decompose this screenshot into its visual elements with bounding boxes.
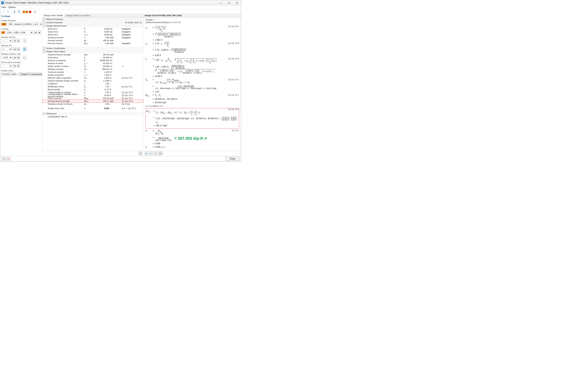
collapse-icon[interactable]: − <box>43 25 45 27</box>
footer-btn-1[interactable]: ⇆ <box>144 152 148 156</box>
mno-pick-button[interactable]: ↖ <box>23 47 26 51</box>
force-row: Axial forceP0.000kipNegligible <box>42 27 144 30</box>
value-row: Coefficientc1.00-- <box>42 82 144 85</box>
tree-area: +Material Properties +Section Properties… <box>42 17 144 151</box>
eq-ref: [1], F2.2 <box>232 129 239 131</box>
tab-design-checks-in-location[interactable]: Design Checks in Location <box>64 14 91 17</box>
status-btn-1[interactable]: 🔍 <box>2 157 6 161</box>
footer-btn-print[interactable]: 🖨▾ <box>158 152 162 156</box>
value-row: Resistance factor for flexureΦᵦ0.90-- [1… <box>42 102 144 105</box>
loc-prev-button[interactable]: ◀ <box>13 56 16 59</box>
force-row: Shear forceVᵧ0.000kipNegligible <box>42 30 144 33</box>
ratio-limit: ≤ 1 <box>116 107 124 109</box>
section-design-check-values[interactable]: Design Check Values <box>46 50 65 53</box>
dc-code: FF4100 <box>1 72 9 76</box>
tool-6-icon[interactable]: ⬤ <box>28 9 32 13</box>
value-row: Nominal flexural strengthMn,y342.17kipft… <box>42 100 144 102</box>
load-prev-button[interactable]: ◀ <box>34 31 37 34</box>
check-icon: ✔ <box>126 107 127 110</box>
member-loc-label: Member location x [ft] <box>1 53 41 55</box>
footer-btn-3[interactable]: ✕ <box>154 152 158 156</box>
tool-5-icon[interactable]: ⬤⬤ <box>24 9 28 13</box>
design-situation-label: Design Situation <box>1 19 41 21</box>
reference-item: [1] ANSI/AISC 360-22 <box>48 116 67 118</box>
bottom-bar: 🔍 0.00 Close <box>0 156 241 161</box>
eq-condition: Lₚ < Lᵦ and Lᵦ ≤ Lᵣ <box>146 105 239 107</box>
maximize-button[interactable]: ▭ <box>225 0 233 5</box>
tool-4-icon[interactable]: ┫ <box>17 9 21 13</box>
value-row: Distance between flange centroidshₒ17.43… <box>42 79 144 82</box>
expand-icon[interactable]: + <box>43 18 45 20</box>
expand-icon[interactable]: + <box>43 21 45 23</box>
center-panel: Design Check Details Design Checks in Lo… <box>42 14 144 156</box>
member-loc-select[interactable]: 17.50 <box>1 56 12 59</box>
stress-label: Stress point of section <box>1 61 41 63</box>
stress-next-button[interactable]: ▶ <box>17 64 20 68</box>
tool-3-icon[interactable]: ┣ <box>12 9 16 13</box>
loc-extra-button[interactable]: x|xₐ <box>23 56 26 59</box>
value-row: Plastic momentMp,y420.83kipft [1], Eq. F… <box>42 97 144 100</box>
dc-ratio: 0.865 <box>10 72 16 76</box>
app-window: Design Check Details | Members | Steel D… <box>0 0 241 161</box>
force-row: Torsional momentT0.00kipftNegligible <box>42 36 144 39</box>
value-row: Warping constantCw3040.00in⁶ <box>42 68 144 71</box>
value-row: Elastic section modulusSᵧ88.900in³✔ <box>42 65 144 68</box>
collapse-icon[interactable]: − <box>43 112 45 115</box>
mno-next-button[interactable]: ▶ <box>17 47 20 51</box>
minimize-button[interactable]: ― <box>217 0 225 5</box>
collapse-icon[interactable]: − <box>43 50 45 53</box>
close-window-button[interactable]: ✕ <box>233 0 241 5</box>
value-row: Modification factorCᵦ1.02-- [1], Eq. F1-… <box>42 85 144 88</box>
expand-icon[interactable]: + <box>43 47 45 49</box>
member-set-select[interactable]: -- <box>1 39 12 43</box>
menu-options[interactable]: Options <box>8 6 16 8</box>
sidebar: To Show Design Situation 2.3 DS2 - Secti… <box>0 14 42 156</box>
ds-badge: 2.3 <box>1 23 6 25</box>
load-next-button[interactable]: ▶ <box>38 31 41 34</box>
right-panel: Design Check FF4100 | AISC 360 | 2022 Ch… <box>144 14 241 156</box>
member-no-label: Member No. <box>1 44 41 47</box>
mset-prev-button[interactable]: ◀ <box>13 39 16 43</box>
center-footer-button[interactable]: 🖥 <box>138 152 142 156</box>
window-buttons: ― ▭ ✕ <box>217 0 241 5</box>
tab-design-check-details[interactable]: Design Check Details <box>42 14 64 17</box>
mno-prev-button[interactable]: ◀ <box>13 47 16 51</box>
menu-view[interactable]: View <box>1 6 6 8</box>
load-badge: 2 <box>1 31 5 34</box>
eq-ref: [1], Eq. F2-2 <box>228 108 239 110</box>
section-references[interactable]: References <box>46 112 56 115</box>
member-no-select[interactable]: 1 <box>1 47 12 51</box>
status-btn-2[interactable]: 0.00 <box>6 157 10 161</box>
center-tabs: Design Check Details Design Checks in Lo… <box>42 14 144 17</box>
value-row: Braced lengthLᵦ11.67ft <box>42 88 144 91</box>
footer-btn-2[interactable]: ≡↓ <box>149 152 153 156</box>
eq-ref: [1], Eq. F2-7 <box>228 25 239 27</box>
tool-1-icon[interactable]: ⟟ <box>1 9 5 13</box>
section-internal-forces[interactable]: Design Internal Forces <box>46 25 66 27</box>
right-header: Design Check FF4100 | AISC 360 | 2022 <box>144 14 241 17</box>
close-button[interactable]: Close <box>226 157 240 161</box>
design-situation-select[interactable]: DS2 - Section 2.3 (LRFD), 1. to 5. <box>7 22 43 26</box>
tool-2-icon[interactable]: ⤡ <box>6 9 10 13</box>
member-set-label: Member Set No. <box>1 36 41 38</box>
loading-select[interactable]: CO6 - 1.20D + 1.60L <box>6 31 33 34</box>
stress-prev-button[interactable]: ◀ <box>13 64 16 68</box>
mset-pick-button[interactable]: ↖ <box>23 39 26 43</box>
value-row: Limiting length for inelastic lateral-to… <box>42 94 144 97</box>
right-footer: ⇆ ≡↓ ✕ 🖨▾ <box>144 151 241 156</box>
ratio-ref: [1], F2.2 <box>128 107 136 109</box>
value-row: Required flexural strengthMr,y266.44kipf… <box>42 53 144 56</box>
force-row: Flexural momentM_z0.00kipftNegligible <box>42 42 144 45</box>
ratio-unit: -- <box>110 107 116 109</box>
loc-next-button[interactable]: ▶ <box>17 56 20 59</box>
tool-7-icon[interactable]: ≋ <box>33 9 37 13</box>
highlighted-equation: Mn,y= Cb · [ Mp,y − (Mp,y − 0.7 · Fy · S… <box>146 108 239 128</box>
section-classification[interactable]: Section Classification <box>46 47 65 49</box>
mset-next-button[interactable]: ▶ <box>17 39 20 43</box>
chapter-line-2: Lateral-torsional buckling acc. to F2, F… <box>146 21 239 23</box>
stress-select[interactable]: -- <box>1 64 12 68</box>
value-row: Effective radius of gyrationrts1.982in [… <box>42 76 144 79</box>
value-row: Radius of gyrationr_z1.650in <box>42 73 144 76</box>
section-section-properties[interactable]: Section Properties <box>46 21 63 23</box>
section-material-properties[interactable]: Material Properties <box>46 18 63 20</box>
